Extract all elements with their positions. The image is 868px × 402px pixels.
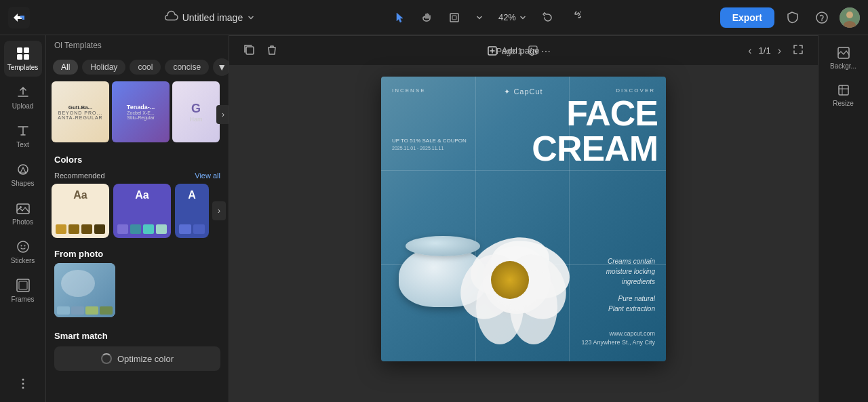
swatch-dot [81,224,92,234]
svg-point-20 [22,379,24,381]
from-photo-preview[interactable] [54,263,115,317]
svg-point-3 [816,12,827,23]
swatch-warm-dots [56,224,105,234]
svg-rect-10 [17,54,22,60]
from-photo-title: From photo [54,243,220,263]
svg-point-16 [20,245,22,247]
color-swatches: Aa Aa [52,184,223,238]
photo-jar [61,270,95,297]
color-swatch-warm[interactable]: Aa [52,184,109,238]
filter-tab-more-button[interactable]: ▼ [213,58,229,76]
sidebar-item-upload[interactable]: Upload [4,79,42,115]
frame-tool-button[interactable] [443,7,466,28]
page-indicator: 1/1 [759,45,771,56]
canvas-description: Creams contain moisture locking ingredie… [606,256,655,287]
canvas-title-cream: CREAM [532,131,658,166]
colors-section-title: Colors [46,148,229,169]
svg-point-24 [531,48,532,49]
view-all-button[interactable]: View all [195,172,220,180]
filter-tab-concise[interactable]: concise [165,60,209,75]
recommended-label: Recommended [54,172,105,180]
sidebar-item-templates[interactable]: Templates [4,41,42,77]
filter-tab-holiday[interactable]: Holiday [82,60,125,75]
swatch-dot [117,224,128,234]
svg-point-14 [20,206,22,208]
swatch-dot [193,224,205,234]
template-card-tenada-sub2: Stilu-Regular [127,115,154,120]
template-carousel-next[interactable]: › [216,105,229,124]
page-more-actions[interactable]: ⋯ [541,45,551,58]
svg-rect-9 [24,47,29,53]
right-panel-background[interactable]: Backgr... [823,41,864,75]
color-swatches-container: Aa Aa [52,184,223,238]
template-card-guti-sub1: BEYOND PRO... [58,110,103,115]
svg-point-21 [22,383,24,385]
topbar-left [8,7,30,28]
help-button[interactable] [810,7,834,28]
smart-match-section: Smart match Optimize color [46,323,229,378]
zoom-control[interactable]: 42% [493,9,532,25]
color-swatch-next-button[interactable]: › [212,201,226,220]
color-swatch-blue[interactable]: A [175,184,209,238]
template-card-g-title: G [191,102,201,116]
filter-tabs: All Holiday cool concise ▼ [46,53,229,81]
expand-button[interactable] [789,41,807,61]
colors-header: Recommended View all [52,169,223,184]
template-card-g[interactable]: G Ham [172,81,220,142]
template-card-tenada[interactable]: Tenada-... Zocbel X-E... Stilu-Regular [112,81,170,142]
color-swatch-purple[interactable]: Aa [113,184,171,238]
page-prev-button[interactable]: ‹ [745,42,754,60]
svg-rect-23 [529,46,537,54]
sidebar-item-frames[interactable]: Frames [4,273,42,308]
svg-point-15 [18,241,28,252]
sidebar-icons: Templates Upload Text Shapes [0,35,46,402]
bottom-copy-button[interactable] [240,41,258,61]
hand-tool-button[interactable] [416,7,439,28]
template-card-guti[interactable]: Guti-Ba... BEYOND PRO... Anta-Regular [52,81,109,142]
shield-icon[interactable] [780,7,804,28]
canvas-wrapper[interactable]: INCENSE ✦ CapCut DISCOVER UP TO 51% SALE… [381,77,666,361]
sidebar-item-shapes[interactable]: Shapes [4,157,42,193]
bottom-delete-button[interactable] [263,41,281,61]
canvas-discover-label: DISCOVER [616,87,655,94]
page-actions: ⋯ [528,45,551,58]
cloud-save-icon[interactable] [163,9,178,25]
user-avatar[interactable] [840,7,860,28]
swatch-blue-aa: A [188,189,196,201]
svg-rect-25 [246,47,254,54]
filter-tab-all[interactable]: All [53,60,78,75]
page-next-button[interactable]: › [775,42,784,60]
sidebar-item-text[interactable]: Text [4,118,42,154]
photo-dot [57,306,70,315]
filter-tab-cool[interactable]: cool [130,60,161,75]
export-button[interactable]: Export [720,7,774,28]
template-card-g-sub1: Ham [189,116,202,123]
swatch-dot [143,224,154,234]
sidebar-item-stickers[interactable]: Stickers [4,234,42,270]
sidebar-more-button[interactable] [4,371,42,397]
canvas-url: www.capcut.com 123 Anywhere St., Any Cit… [581,329,655,348]
swatch-blue-dots [179,224,205,234]
svg-point-17 [24,245,25,247]
redo-button[interactable] [564,7,587,28]
smart-match-title: Smart match [54,327,220,346]
swatch-purple-dots [117,224,167,234]
template-card-tenada-title: Tenada-... [127,104,155,110]
page-image-action[interactable] [528,45,538,58]
main-layout: Templates Upload Text Shapes [0,35,868,402]
canvas-title-face: FACE [532,96,658,131]
app-logo [8,7,30,28]
sidebar-item-photos[interactable]: Photos [4,195,42,231]
swatch-dot [130,224,141,234]
frame-tool-chevron[interactable] [470,9,489,26]
template-cards-row: Guti-Ba... BEYOND PRO... Anta-Regular Te… [46,81,229,148]
optimize-color-button[interactable]: Optimize color [54,346,220,371]
right-panel-resize[interactable]: Resize [823,78,864,113]
photo-dot [71,306,84,315]
swatch-dot [68,224,79,234]
select-tool-button[interactable] [389,7,412,28]
template-card-guti-sub2: Anta-Regular [58,115,102,120]
undo-button[interactable] [536,7,559,28]
right-panel: Backgr... Resize [818,35,868,402]
document-name[interactable]: Untitled image [182,12,256,23]
